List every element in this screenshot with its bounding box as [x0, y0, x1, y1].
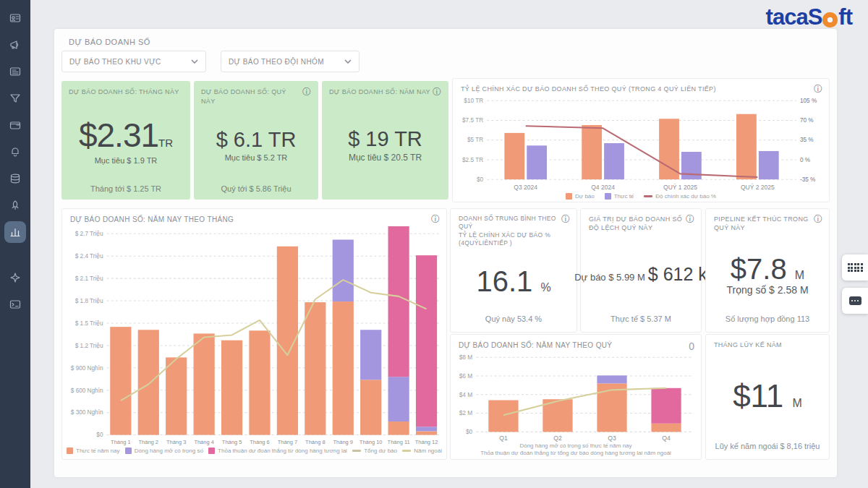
- sidebar-item-sparkles[interactable]: [4, 267, 26, 288]
- sidebar-item-bar-chart[interactable]: [4, 221, 26, 243]
- sidebar-item-bell[interactable]: [4, 141, 26, 163]
- right-axis-tick: -35 %: [800, 176, 816, 183]
- legend-swatch: [402, 450, 411, 452]
- forecast-accuracy-chart: $0$2.5 TR$5 TR$7.5 TR$10 TR-35 %0 %35 %7…: [453, 95, 829, 192]
- legend-item[interactable]: Độ chính xác dự báo %: [644, 193, 716, 200]
- bar-Dự báo[interactable]: [736, 114, 757, 179]
- bar-segment[interactable]: [651, 388, 681, 424]
- bar-Dự báo[interactable]: [504, 133, 524, 179]
- bar-Thực tế[interactable]: [604, 143, 624, 179]
- category-label: Q3: [608, 435, 616, 442]
- bar-segment[interactable]: [360, 380, 381, 435]
- legend-item[interactable]: Dòng hàng mở có trọng số: [125, 448, 203, 454]
- bar-segment[interactable]: [333, 301, 354, 435]
- category-label: Tháng 4: [194, 438, 213, 445]
- category-label: QUÝ 1 2025: [663, 184, 697, 191]
- rocket-icon: [9, 200, 21, 211]
- chevron-down-icon: [344, 59, 352, 64]
- info-icon[interactable]: ⓘ: [814, 215, 822, 223]
- quarterly-forecast-chart: $0$2 M$4 M$6 M$8 MQ1Q2Q3Q4: [451, 354, 701, 442]
- card-title: DỰ BÁO DOANH SỐ: THÁNG NÀY: [69, 87, 179, 97]
- sidebar-item-terminal[interactable]: [4, 294, 26, 315]
- bar-segment[interactable]: [488, 401, 518, 432]
- sidebar-item-profile-card[interactable]: [4, 7, 26, 29]
- bar-segment[interactable]: [194, 333, 215, 435]
- card-title: DOANH SỐ TRUNG BÌNH THEO QUÝ TỶ LỆ CHÍNH…: [459, 215, 561, 248]
- bar-segment[interactable]: [388, 226, 409, 377]
- legend-swatch: [605, 193, 611, 200]
- legend-item[interactable]: Tổng dự báo: [352, 448, 397, 454]
- legend-item[interactable]: Năm ngoái: [402, 448, 442, 454]
- sidebar-item-funnel[interactable]: [4, 87, 26, 109]
- sidebar-item-megaphone[interactable]: [4, 34, 26, 56]
- chat-icon: [849, 296, 861, 305]
- info-icon[interactable]: ⓘ: [431, 215, 440, 223]
- bar-segment[interactable]: [388, 377, 409, 421]
- kpi-card-avg-accuracy: DOANH SỐ TRUNG BÌNH THEO QUÝ TỶ LỆ CHÍNH…: [450, 208, 577, 333]
- chart-legend: Thực tế năm nayDòng hàng mở có trọng sốT…: [62, 446, 446, 454]
- waffle-grid-icon: [848, 263, 863, 272]
- bar-Dự báo[interactable]: [582, 125, 602, 179]
- category-label: Tháng 3: [166, 438, 186, 445]
- card-weighted-value: Trọng số $ 2.58 M: [726, 284, 808, 296]
- info-icon[interactable]: ⓘ: [814, 85, 822, 93]
- waffle-grid-button[interactable]: [842, 254, 868, 281]
- chat-button[interactable]: [842, 288, 868, 314]
- line-Độ chính xác dự báo %: [526, 126, 758, 177]
- bar-Dự báo[interactable]: [659, 119, 679, 179]
- bar-segment[interactable]: [249, 330, 270, 435]
- left-axis-tick: $5 TR: [467, 137, 483, 144]
- kpi-card-forecast-deviation: GIÁ TRỊ DỰ BÁO DOANH SỐ ĐỘ LỆCH QUÝ NÀY …: [580, 208, 702, 333]
- card-value: $ 6.1 TR: [216, 128, 297, 152]
- card-title: THÁNG LŨY KẾ NĂM: [714, 341, 782, 349]
- sparkles-icon: [9, 272, 21, 283]
- card-title: PIPELINE KẾT THÚC TRONG QUÝ NÀY: [714, 215, 809, 232]
- legend-item[interactable]: Dự báo: [566, 193, 595, 200]
- bar-segment[interactable]: [333, 239, 354, 301]
- bar-segment[interactable]: [388, 421, 409, 435]
- bar-segment[interactable]: [651, 424, 681, 432]
- sidebar-item-wallet[interactable]: [4, 114, 26, 136]
- bar-segment[interactable]: [360, 330, 381, 380]
- right-axis-tick: 70 %: [800, 117, 814, 124]
- bar-Thực tế[interactable]: [527, 145, 547, 179]
- legend-item[interactable]: Thực tế năm nay: [67, 448, 120, 454]
- card-footer: Tháng tới $ 1.25 TR: [69, 184, 183, 193]
- card-value: $7.8 M: [731, 253, 804, 286]
- card-title: DỰ BÁO DOANH SỐ: NĂM NAY: [329, 87, 430, 97]
- bar-segment[interactable]: [416, 431, 437, 435]
- bell-icon: [9, 146, 21, 158]
- category-label: Tháng 2: [139, 438, 158, 445]
- bar-Thực tế[interactable]: [759, 151, 779, 179]
- bar-segment[interactable]: [305, 302, 326, 435]
- info-icon[interactable]: ⓘ: [686, 215, 694, 223]
- category-label: Tháng 7: [278, 438, 297, 445]
- bar-segment[interactable]: [221, 340, 242, 435]
- bar-segment[interactable]: [110, 327, 131, 435]
- sidebar-item-database[interactable]: [4, 168, 26, 189]
- team-forecast-dropdown[interactable]: DỰ BÁO THEO ĐỘI NHÓM: [221, 51, 359, 72]
- card-footer: Quý tới $ 5.86 Triệu: [201, 184, 311, 193]
- funnel-icon: [9, 93, 21, 104]
- card-value: $ 19 TR: [348, 127, 422, 151]
- team-dropdown-label: DỰ BÁO THEO ĐỘI NHÓM: [229, 58, 324, 66]
- bar-segment[interactable]: [138, 330, 159, 435]
- bar-segment[interactable]: [597, 375, 626, 383]
- bar-segment[interactable]: [166, 357, 187, 435]
- region-forecast-dropdown[interactable]: DỰ BÁO THEO KHU VỰC: [61, 51, 206, 72]
- sidebar-item-news-card[interactable]: [4, 61, 26, 82]
- region-dropdown-label: DỰ BÁO THEO KHU VỰC: [69, 58, 161, 66]
- info-icon[interactable]: ⓘ: [433, 87, 441, 96]
- category-label: Q4 2024: [591, 184, 615, 191]
- bar-segment[interactable]: [416, 255, 437, 427]
- legend-item[interactable]: Thỏa thuận dự đoán thắng từ dòng hàng tư…: [208, 448, 347, 454]
- left-axis-tick: $2.5 TR: [462, 157, 483, 163]
- sidebar-item-rocket[interactable]: [4, 194, 26, 216]
- info-icon[interactable]: ⓘ: [561, 215, 570, 223]
- legend-item[interactable]: Thực tế: [605, 193, 634, 200]
- card-footer: Lũy kế năm ngoái $ 8,16 triệu: [706, 442, 829, 459]
- tacasoft-logo: tacaSft: [766, 4, 852, 30]
- bar-segment[interactable]: [416, 427, 437, 431]
- info-icon[interactable]: ⓘ: [302, 87, 311, 96]
- left-axis-tick: $ 1.8 Triệu: [75, 297, 103, 304]
